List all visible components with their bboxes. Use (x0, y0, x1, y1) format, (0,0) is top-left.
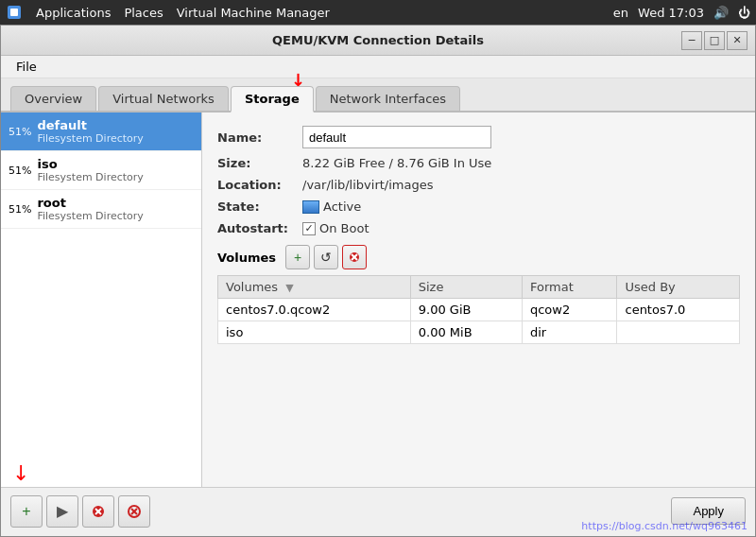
tab-storage[interactable]: Storage ↓ (231, 86, 314, 113)
volume-name-2: iso (218, 321, 411, 344)
volume-size-1: 9.00 GiB (410, 299, 522, 321)
left-panel: 51% default Filesystem Directory 51% iso… (1, 113, 202, 487)
delete-pool-button[interactable] (82, 495, 114, 528)
stop-pool-button[interactable] (118, 495, 150, 528)
volumes-label: Volumes (217, 251, 276, 265)
right-panel: Name: Size: 8.22 GiB Free / 8.76 GiB In … (202, 113, 755, 487)
percent-root: 51% (9, 203, 31, 216)
location-label: Location: (217, 178, 302, 192)
col-header-format: Format (522, 276, 617, 299)
app-icon (6, 4, 23, 21)
refresh-volumes-button[interactable]: ↺ (314, 245, 338, 269)
clock: Wed 17:03 (638, 6, 704, 20)
applications-menu[interactable]: Applications (36, 6, 111, 20)
autostart-value: On Boot (319, 221, 369, 235)
power-icon: ⏻ (738, 6, 750, 20)
tab-overview[interactable]: Overview (10, 86, 96, 111)
tab-virtual-networks[interactable]: Virtual Networks (98, 86, 229, 111)
state-icon (302, 200, 319, 214)
size-row: Size: 8.22 GiB Free / 8.76 GiB In Use (217, 156, 740, 170)
item-type-default: Filesystem Directory (37, 132, 143, 145)
size-value: 8.22 GiB Free / 8.76 GiB In Use (302, 156, 491, 170)
delete-icon (349, 251, 360, 263)
autostart-label: Autostart: (217, 221, 302, 235)
table-row[interactable]: centos7.0.qcow2 9.00 GiB qcow2 centos7.0 (218, 299, 740, 321)
window-titlebar: QEMU/KVM Connection Details − □ ✕ (1, 26, 755, 56)
name-row: Name: (217, 126, 740, 148)
add-volume-button[interactable]: + (285, 245, 310, 269)
content-area: 51% default Filesystem Directory 51% iso… (1, 113, 755, 487)
col-header-used-by: Used By (617, 276, 740, 299)
table-row[interactable]: iso 0.00 MiB dir (218, 321, 740, 344)
top-bar-left: Applications Places Virtual Machine Mana… (6, 4, 602, 21)
add-pool-button[interactable]: + (10, 495, 43, 528)
stop-icon (128, 505, 141, 518)
window: QEMU/KVM Connection Details − □ ✕ File O… (0, 25, 756, 537)
state-row: State: Active (217, 199, 740, 214)
watermark: https://blog.csdn.net/wq963461 (581, 520, 747, 532)
minimize-button[interactable]: − (681, 31, 702, 50)
item-type-iso: Filesystem Directory (37, 171, 143, 183)
locale: en (613, 6, 628, 20)
volumes-table: Volumes ▼ Size Format Used By centos7.0.… (217, 275, 740, 344)
storage-item-iso[interactable]: 51% iso Filesystem Directory (1, 151, 201, 190)
file-menu[interactable]: File (9, 58, 44, 76)
window-controls: − □ ✕ (681, 31, 747, 50)
storage-item-default[interactable]: 51% default Filesystem Directory (1, 113, 201, 151)
percent-iso: 51% (9, 165, 31, 177)
autostart-row: Autostart: ✓ On Boot (217, 221, 740, 235)
location-value: /var/lib/libvirt/images (302, 178, 434, 192)
storage-item-root[interactable]: 51% root Filesystem Directory (1, 190, 201, 229)
state-label: State: (217, 199, 302, 214)
tabs: Overview Virtual Networks Storage ↓ Netw… (1, 78, 755, 113)
item-name-iso: iso (37, 157, 143, 171)
close-button[interactable]: ✕ (727, 31, 747, 50)
menubar: File (1, 56, 755, 78)
vm-manager-menu[interactable]: Virtual Machine Manager (177, 6, 330, 20)
delete-pool-icon (92, 505, 105, 518)
volume-format-1: qcow2 (522, 299, 617, 321)
bottom-toolbar: ↓ + ▶ Apply https://blog.csdn.net/wq9634… (1, 487, 755, 534)
name-input[interactable] (302, 126, 491, 148)
item-name-root: root (37, 196, 143, 210)
volumes-header: Volumes + ↺ (217, 245, 740, 269)
top-bar-right: en Wed 17:03 🔊 ⏻ (613, 6, 750, 20)
state-value: Active (323, 199, 361, 214)
item-name-default: default (37, 118, 143, 132)
volume-format-2: dir (522, 321, 617, 344)
arrow-annotation: ↓ (12, 461, 29, 485)
maximize-button[interactable]: □ (704, 31, 725, 50)
col-header-volumes: Volumes ▼ (218, 276, 411, 299)
volume-icon: 🔊 (713, 6, 729, 20)
delete-volume-button[interactable] (342, 245, 367, 269)
name-label: Name: (217, 130, 302, 145)
volume-name-1: centos7.0.qcow2 (218, 299, 411, 321)
start-pool-button[interactable]: ▶ (46, 495, 78, 528)
percent-default: 51% (9, 126, 31, 138)
places-menu[interactable]: Places (124, 6, 163, 20)
arrow-indicator: ↓ (291, 70, 305, 90)
item-type-root: Filesystem Directory (37, 210, 143, 222)
svg-rect-1 (10, 9, 18, 16)
top-bar: Applications Places Virtual Machine Mana… (0, 0, 756, 25)
volume-usedby-1: centos7.0 (617, 299, 740, 321)
location-row: Location: /var/lib/libvirt/images (217, 178, 740, 192)
volume-size-2: 0.00 MiB (410, 321, 522, 344)
volume-usedby-2 (617, 321, 740, 344)
sort-icon: ▼ (285, 282, 293, 294)
autostart-checkbox[interactable]: ✓ (302, 222, 316, 235)
tab-network-interfaces[interactable]: Network Interfaces (316, 86, 460, 111)
size-label: Size: (217, 156, 302, 170)
window-title: QEMU/KVM Connection Details (272, 33, 484, 47)
col-header-size: Size (410, 276, 522, 299)
